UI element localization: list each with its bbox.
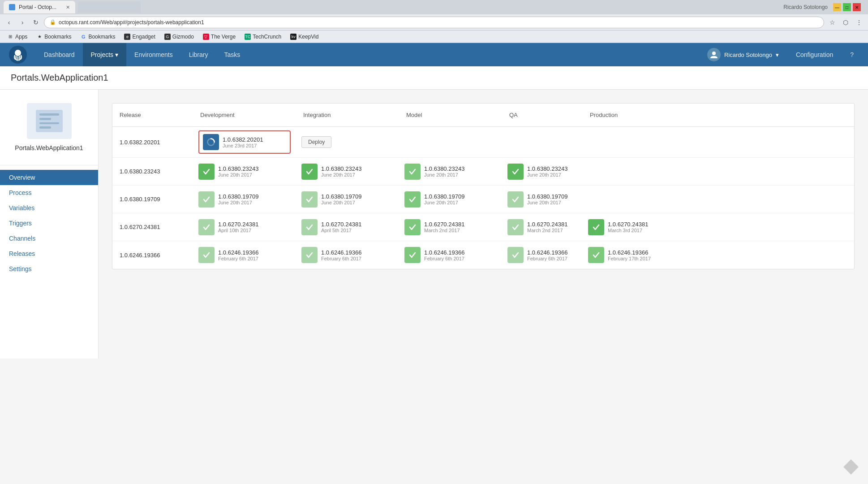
deploy-box: 1.0.6246.19366 February 6th 2017	[198, 247, 291, 263]
bookmark-engadget[interactable]: e Engadget	[120, 33, 159, 41]
nav-environments[interactable]: Environments	[126, 43, 181, 66]
bookmark-google-bookmarks[interactable]: G Bookmarks	[77, 33, 119, 41]
deploy-version: 1.0.6246.19366	[321, 249, 361, 256]
deploy-box: 1.0.6380.23243 June 20th 2017	[404, 164, 497, 180]
deploy-date: June 20th 2017	[321, 200, 361, 205]
deploy-cell-model-1[interactable]: 1.0.6380.23243 June 20th 2017	[399, 160, 502, 183]
nav-configuration[interactable]: Configuration	[788, 43, 841, 66]
deploy-cell-int-3[interactable]: 1.0.6270.24381 April 5th 2017	[296, 216, 399, 239]
back-btn[interactable]: ‹	[4, 17, 14, 28]
user-dropdown-icon: ▾	[776, 52, 779, 58]
nav-projects[interactable]: Projects ▾	[83, 43, 127, 66]
deploy-version: 1.0.6270.24381	[321, 221, 361, 228]
sidebar-item-overview[interactable]: Overview	[0, 170, 98, 185]
nav-right: Ricardo Sotolongo ▾ Configuration ?	[702, 43, 859, 66]
sidebar-item-variables[interactable]: Variables	[0, 200, 98, 216]
app-container: Dashboard Projects ▾ Environments Librar…	[0, 43, 868, 359]
deploy-cell-qa-0	[502, 138, 583, 146]
success-light-icon	[301, 247, 318, 263]
tab-favicon	[9, 4, 15, 10]
nav-dashboard[interactable]: Dashboard	[36, 43, 83, 66]
close-btn[interactable]: ✕	[853, 3, 861, 11]
deploy-cell-dev-2[interactable]: 1.0.6380.19709 June 20th 2017	[193, 188, 296, 211]
nav-user[interactable]: Ricardo Sotolongo ▾	[702, 43, 784, 66]
deploy-cell-model-3[interactable]: 1.0.6270.24381 March 2nd 2017	[399, 216, 502, 239]
deploy-version: 1.0.6380.19709	[424, 193, 464, 200]
sidebar-item-process[interactable]: Process	[0, 185, 98, 200]
bookmark-apps[interactable]: ⊞ Apps	[4, 33, 31, 41]
deploy-info: 1.0.6380.19709 June 20th 2017	[527, 193, 567, 205]
bookmark-techcrunch[interactable]: TC TechCrunch	[241, 33, 285, 41]
col-header-production: Production	[583, 108, 686, 122]
bookmark-apps-label: Apps	[15, 34, 27, 40]
deploy-cell-dev-3[interactable]: 1.0.6270.24381 April 10th 2017	[193, 216, 296, 239]
deploy-cell-qa-3[interactable]: 1.0.6270.24381 March 2nd 2017	[502, 216, 583, 239]
release-version: 1.0.6380.19709	[112, 190, 193, 208]
deploy-cell-int-4[interactable]: 1.0.6246.19366 February 6th 2017	[296, 243, 399, 267]
deploy-cell-model-4[interactable]: 1.0.6246.19366 February 6th 2017	[399, 243, 502, 267]
deploy-box: 1.0.6380.19709 June 20th 2017	[404, 191, 497, 207]
bookmark-bookmarks1[interactable]: ★ Bookmarks	[33, 33, 75, 41]
sidebar-item-channels[interactable]: Channels	[0, 231, 98, 246]
deploy-cell-model-2[interactable]: 1.0.6380.19709 June 20th 2017	[399, 188, 502, 211]
deploy-cell-qa-1[interactable]: 1.0.6380.23243 June 20th 2017	[502, 160, 583, 183]
user-label: Ricardo Sotolongo	[783, 4, 828, 10]
deploying-icon	[203, 134, 219, 150]
deploy-info: 1.0.6246.19366 February 17th 2017	[608, 249, 651, 261]
bookmark-theverge[interactable]: ▽ The Verge	[199, 33, 239, 41]
bookmark-bookmarks1-label: Bookmarks	[44, 34, 71, 40]
forward-btn[interactable]: ›	[17, 17, 28, 28]
maximize-btn[interactable]: □	[843, 3, 851, 11]
google-icon: G	[80, 34, 86, 40]
deploy-cell-dev-1[interactable]: 1.0.6380.23243 June 20th 2017	[193, 160, 296, 183]
deploy-cell-int-2[interactable]: 1.0.6380.19709 June 20th 2017	[296, 188, 399, 211]
deploy-cell-qa-2[interactable]: 1.0.6380.19709 June 20th 2017	[502, 188, 583, 211]
deploy-version: 1.0.6380.23243	[527, 165, 567, 172]
nav-tasks[interactable]: Tasks	[216, 43, 248, 66]
deploy-cell-prod-3[interactable]: 1.0.6270.24381 March 3rd 2017	[583, 216, 686, 239]
deploy-cell-dev-0[interactable]: 1.0.6382.20201 June 23rd 2017	[193, 127, 296, 157]
extensions-btn[interactable]: ⬡	[840, 17, 851, 28]
deploy-cell-prod-0	[583, 138, 686, 146]
deploy-date: June 20th 2017	[218, 172, 258, 177]
sidebar-divider	[0, 165, 98, 165]
browser-titlebar: Portal - Octop... ✕ Ricardo Sotolongo — …	[0, 0, 868, 14]
browser-tab[interactable]: Portal - Octop... ✕	[4, 1, 75, 13]
deploy-box: 1.0.6246.19366 February 6th 2017	[404, 247, 497, 263]
deploy-info: 1.0.6382.20201 June 23rd 2017	[223, 136, 263, 148]
deploy-date: June 20th 2017	[527, 172, 567, 177]
bookmark-theverge-label: The Verge	[211, 34, 236, 40]
sidebar-item-releases[interactable]: Releases	[0, 246, 98, 261]
deploy-box: 1.0.6380.23243 June 20th 2017	[198, 164, 291, 180]
browser-chrome: Portal - Octop... ✕ Ricardo Sotolongo — …	[0, 0, 868, 43]
deploy-info: 1.0.6246.19366 February 6th 2017	[527, 249, 567, 261]
app-logo[interactable]	[9, 46, 27, 64]
sidebar-item-settings[interactable]: Settings	[0, 261, 98, 277]
deploy-version: 1.0.6270.24381	[527, 221, 567, 228]
minimize-btn[interactable]: —	[833, 3, 841, 11]
bookmark-keepvid[interactable]: kv KeepVid	[287, 33, 322, 41]
browser-toolbar: ‹ › ↻ 🔒 octopus.rant.com/Web/app#/projec…	[0, 14, 868, 30]
deploy-cell-qa-4[interactable]: 1.0.6246.19366 February 6th 2017	[502, 243, 583, 267]
bookmark-gizmodo[interactable]: G Gizmodo	[161, 33, 198, 41]
deploy-button[interactable]: Deploy	[301, 136, 331, 148]
deployments-table: Release Development Integration Model QA…	[112, 103, 855, 269]
nav-library[interactable]: Library	[181, 43, 216, 66]
menu-btn[interactable]: ⋮	[854, 17, 864, 28]
deploy-version: 1.0.6246.19366	[218, 249, 258, 256]
deploy-date: June 20th 2017	[321, 172, 361, 177]
tab-close-btn[interactable]: ✕	[66, 4, 70, 10]
nav-help[interactable]: ?	[845, 43, 859, 66]
svg-point-1	[712, 52, 716, 55]
sidebar-item-triggers[interactable]: Triggers	[0, 216, 98, 231]
highlighted-deploy[interactable]: 1.0.6382.20201 June 23rd 2017	[198, 130, 291, 154]
deploy-version: 1.0.6270.24381	[424, 221, 464, 228]
bookmark-star-btn[interactable]: ☆	[827, 17, 838, 28]
deploy-cell-int-1[interactable]: 1.0.6380.23243 June 20th 2017	[296, 160, 399, 183]
deploy-box: 1.0.6380.23243 June 20th 2017	[301, 164, 394, 180]
deploy-cell-dev-4[interactable]: 1.0.6246.19366 February 6th 2017	[193, 243, 296, 267]
address-bar[interactable]: 🔒 octopus.rant.com/Web/app#/projects/por…	[44, 17, 824, 28]
deploy-cell-prod-4[interactable]: 1.0.6246.19366 February 17th 2017	[583, 243, 686, 267]
reload-btn[interactable]: ↻	[30, 17, 41, 28]
deploy-box: 1.0.6380.23243 June 20th 2017	[507, 164, 577, 180]
